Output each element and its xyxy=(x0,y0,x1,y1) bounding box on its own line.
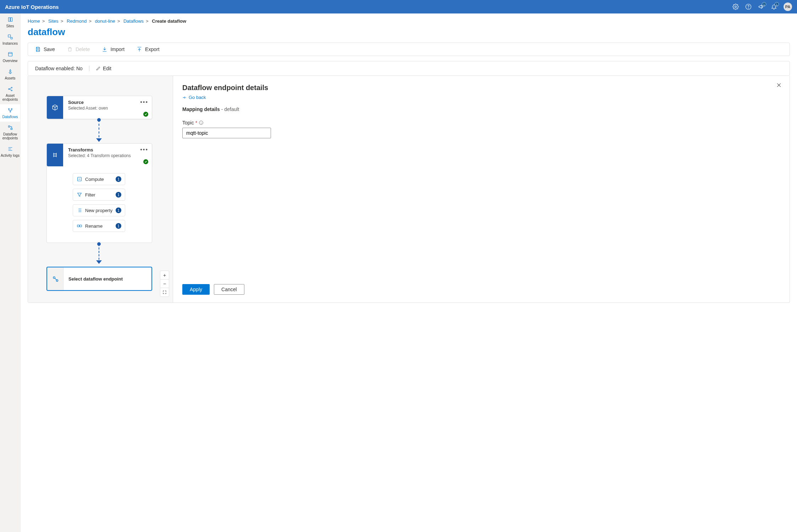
dataflow-canvas[interactable]: Source Selected Asset: oven ••• xyxy=(28,76,173,303)
go-back-button[interactable]: Go back xyxy=(182,95,780,100)
main-content: Home> Sites> Redmond> donut-line> Datafl… xyxy=(21,13,797,532)
svg-rect-15 xyxy=(77,225,79,227)
svg-point-8 xyxy=(11,90,12,91)
top-header: Azure IoT Operations 1 1 PA xyxy=(0,0,797,13)
svg-point-7 xyxy=(11,87,12,88)
nav-label: Dataflow endpoints xyxy=(1,132,20,140)
edit-label: Edit xyxy=(103,66,111,71)
transform-count: 1 xyxy=(116,223,121,229)
topic-input[interactable] xyxy=(182,128,271,138)
topic-label: Topic * xyxy=(182,120,780,126)
apply-button[interactable]: Apply xyxy=(182,284,210,295)
edit-button[interactable]: Edit xyxy=(89,66,111,71)
zoom-controls: + − xyxy=(160,271,169,297)
fullscreen-icon xyxy=(162,290,167,294)
svg-rect-12 xyxy=(8,126,10,127)
save-button[interactable]: Save xyxy=(35,46,55,52)
transform-label: New property xyxy=(85,208,112,213)
nav-label: Instances xyxy=(2,41,18,45)
workspace: Source Selected Asset: oven ••• xyxy=(28,76,790,303)
nav-rail: Sites Instances Overview Assets Asset en… xyxy=(0,13,21,532)
transform-compute[interactable]: Compute 1 xyxy=(73,173,125,185)
delete-label: Delete xyxy=(76,46,90,52)
transform-new-property[interactable]: New property 1 xyxy=(73,204,125,216)
dataflows-icon xyxy=(7,107,13,113)
enabled-label: Dataflow enabled: No xyxy=(35,66,83,71)
book-icon xyxy=(7,16,13,23)
nav-asset-endpoints[interactable]: Asset endpoints xyxy=(0,83,20,104)
svg-point-2 xyxy=(748,8,749,8)
help-icon[interactable] xyxy=(745,4,752,10)
avatar[interactable]: PA xyxy=(784,2,792,11)
source-node[interactable]: Source Selected Asset: oven ••• xyxy=(46,96,152,119)
crumb-current: Create dataflow xyxy=(152,18,186,24)
crumb-sites[interactable]: Sites xyxy=(48,18,59,24)
zoom-out-button[interactable]: − xyxy=(160,279,169,288)
close-icon xyxy=(776,82,782,88)
delete-button: Delete xyxy=(67,46,90,52)
nav-sites[interactable]: Sites xyxy=(0,13,20,31)
arrow-left-icon xyxy=(182,95,187,100)
delete-icon xyxy=(67,46,73,52)
zoom-fit-button[interactable] xyxy=(160,288,169,297)
nav-label: Activity logs xyxy=(1,154,20,157)
import-button[interactable]: Import xyxy=(102,46,124,52)
nav-overview[interactable]: Overview xyxy=(0,48,20,66)
bell-icon[interactable]: 1 xyxy=(771,4,777,10)
endpoint-node[interactable]: Select dataflow endpoint xyxy=(46,267,152,291)
rename-icon xyxy=(77,223,82,229)
nav-assets[interactable]: Assets xyxy=(0,66,20,83)
crumb-redmond[interactable]: Redmond xyxy=(67,18,87,24)
source-title: Source xyxy=(68,100,147,105)
dataflow-endpoints-icon xyxy=(7,124,13,131)
app-title: Azure IoT Operations xyxy=(5,4,59,10)
assets-icon xyxy=(7,68,13,75)
required-indicator: * xyxy=(195,120,197,126)
detail-heading: Dataflow endpoint details xyxy=(182,84,780,92)
transform-label: Filter xyxy=(85,192,95,198)
svg-rect-16 xyxy=(80,225,82,227)
filter-icon xyxy=(77,192,82,198)
status-ok-icon xyxy=(143,112,148,117)
crumb-dataflows[interactable]: Dataflows xyxy=(123,18,144,24)
detail-panel: Dataflow endpoint details Go back Mappin… xyxy=(173,76,790,303)
pencil-icon xyxy=(96,66,101,71)
nav-label: Asset endpoints xyxy=(1,94,20,101)
svg-rect-3 xyxy=(8,35,11,37)
svg-rect-4 xyxy=(11,37,12,39)
cancel-button[interactable]: Cancel xyxy=(214,284,244,295)
crumb-donut-line[interactable]: donut-line xyxy=(95,18,115,24)
transforms-node[interactable]: Transforms Selected: 4 Transform operati… xyxy=(46,143,152,167)
import-icon xyxy=(102,46,107,52)
breadcrumb: Home> Sites> Redmond> donut-line> Datafl… xyxy=(28,18,790,24)
nav-activity-logs[interactable]: Activity logs xyxy=(0,143,20,160)
svg-point-10 xyxy=(11,109,12,110)
nav-instances[interactable]: Instances xyxy=(0,31,20,48)
nav-dataflow-endpoints[interactable]: Dataflow endpoints xyxy=(0,122,20,143)
transform-count: 1 xyxy=(116,207,121,213)
source-node-icon xyxy=(47,96,63,119)
transform-rename[interactable]: Rename 1 xyxy=(73,220,125,232)
header-actions: 1 1 PA xyxy=(732,2,792,11)
connector xyxy=(99,244,99,263)
svg-point-9 xyxy=(8,109,9,110)
transform-label: Rename xyxy=(85,223,103,229)
source-more-icon[interactable]: ••• xyxy=(140,99,148,105)
info-icon[interactable] xyxy=(199,120,204,125)
zoom-in-button[interactable]: + xyxy=(160,271,169,279)
asset-endpoints-icon xyxy=(7,86,13,92)
transforms-more-icon[interactable]: ••• xyxy=(140,146,148,153)
export-button[interactable]: Export xyxy=(137,46,159,52)
svg-point-0 xyxy=(735,6,737,8)
instances-icon xyxy=(7,34,13,40)
close-button[interactable] xyxy=(776,82,782,88)
gear-icon[interactable] xyxy=(732,4,739,10)
list-icon xyxy=(77,207,82,213)
transform-filter[interactable]: Filter 1 xyxy=(73,189,125,201)
megaphone-icon[interactable]: 1 xyxy=(758,4,764,10)
endpoint-node-icon xyxy=(47,267,63,290)
crumb-home[interactable]: Home xyxy=(28,18,40,24)
transforms-subtitle: Selected: 4 Transform operations xyxy=(68,153,147,158)
bell-badge: 1 xyxy=(775,2,779,6)
nav-dataflows[interactable]: Dataflows xyxy=(0,104,20,122)
